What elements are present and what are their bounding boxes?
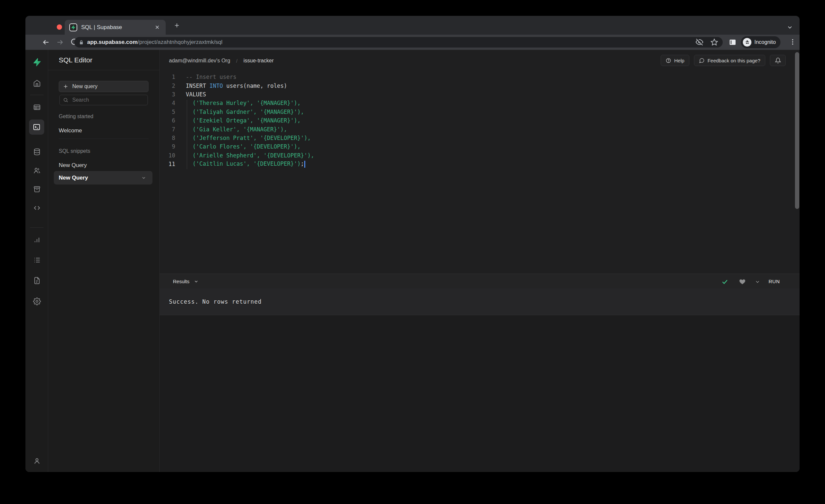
help-button[interactable]: Help — [661, 55, 689, 66]
account-icon[interactable] — [25, 457, 48, 465]
chevron-down-icon[interactable] — [141, 175, 146, 180]
browser-toolbar: app.supabase.com/project/azahtnhqohyjerz… — [25, 34, 800, 50]
favorite-heart-icon[interactable] — [738, 278, 746, 286]
logs-icon[interactable] — [25, 256, 48, 264]
window-close-button[interactable] — [57, 24, 62, 30]
sidebar-item-new-query[interactable]: New Query — [59, 162, 87, 169]
settings-gear-icon[interactable] — [25, 297, 48, 305]
storage-icon[interactable] — [25, 185, 48, 193]
new-query-button-label: New query — [72, 83, 97, 89]
code-line-current[interactable]: 11 ('Caitlin Lucas', '{DEVELOPER}'); — [160, 160, 800, 168]
section-sql-snippets: SQL snippets — [59, 148, 90, 154]
docs-icon[interactable] — [25, 277, 48, 285]
url-host: app.supabase.com — [87, 39, 138, 45]
code-line[interactable]: 5 ('Taliyah Gardner', '{MANAGER}'), — [160, 107, 800, 116]
browser-tab[interactable]: SQL | Supabase — [65, 20, 166, 34]
incognito-badge: Incognito — [741, 36, 780, 48]
sidebar-divider — [59, 139, 149, 139]
code-line[interactable]: 9 ('Carlo Flores', '{DEVELOPER}'), — [160, 142, 800, 151]
lock-icon — [79, 40, 84, 45]
breadcrumb-project[interactable]: issue-tracker — [243, 58, 274, 64]
tab-search-chevron-icon[interactable] — [787, 24, 793, 30]
forward-icon[interactable] — [56, 38, 64, 46]
code-line[interactable]: 6 ('Ezekiel Ortega', '{MANAGER}'), — [160, 116, 800, 125]
results-panel: Success. No rows returned — [160, 288, 800, 315]
sql-editor-sidebar: SQL Editor New query Search Getting star… — [48, 50, 160, 472]
breadcrumb-org[interactable]: adam@windmill.dev's Org — [169, 58, 230, 64]
line-number: 11 — [160, 161, 175, 167]
line-number: 9 — [160, 143, 175, 150]
auth-users-icon[interactable] — [25, 167, 48, 174]
breadcrumb: adam@windmill.dev's Org / issue-tracker — [169, 50, 274, 72]
line-number: 10 — [160, 152, 175, 159]
tab-close-icon[interactable] — [153, 24, 161, 30]
rail-divider — [30, 227, 44, 228]
code-line[interactable]: 4 ('Theresa Hurley', '{MANAGER}'), — [160, 99, 800, 107]
breadcrumb-separator: / — [236, 58, 238, 64]
sidebar-header: SQL Editor — [48, 50, 159, 70]
sidebar-item-new-query-selected[interactable]: New Query — [54, 171, 152, 185]
page-scrollbar-thumb[interactable] — [795, 52, 799, 209]
new-query-button[interactable]: New query — [59, 81, 149, 92]
page-title: SQL Editor — [59, 56, 92, 64]
code-line[interactable]: 8 ('Jefferson Pratt', '{DEVELOPER}'), — [160, 134, 800, 142]
chevron-down-icon — [194, 279, 198, 284]
line-number: 7 — [160, 126, 175, 133]
success-check-icon — [721, 278, 729, 286]
code-line[interactable]: 3 VALUES — [160, 90, 800, 99]
bookmark-star-icon[interactable] — [710, 38, 718, 46]
run-button-label: RUN — [768, 279, 780, 284]
selected-item-label: New Query — [59, 174, 88, 181]
bell-icon — [775, 57, 781, 64]
line-number: 5 — [160, 109, 175, 115]
search-input[interactable]: Search — [59, 95, 148, 105]
code-line[interactable]: 7 ('Gia Keller', '{MANAGER}'), — [160, 125, 800, 133]
plus-icon — [63, 84, 68, 89]
speech-bubble-icon — [699, 58, 704, 63]
feedback-button[interactable]: Feedback on this page? — [694, 55, 765, 66]
success-message: Success. No rows returned — [169, 298, 262, 305]
incognito-label: Incognito — [754, 39, 776, 45]
back-icon[interactable] — [42, 38, 50, 46]
line-number: 2 — [160, 82, 175, 89]
new-tab-icon[interactable] — [174, 22, 180, 28]
code-line[interactable]: 1 -- Insert users — [160, 73, 800, 81]
code-line[interactable]: 2 INSERT INTO users(name, roles) — [160, 81, 800, 90]
indent-guide — [187, 100, 187, 169]
results-dropdown[interactable]: Results — [173, 274, 198, 289]
run-button[interactable]: RUN — [768, 274, 780, 289]
results-toolbar: Results RUN — [160, 274, 800, 288]
reports-icon[interactable] — [25, 236, 48, 244]
notifications-button[interactable] — [770, 55, 786, 66]
results-dropdown-label: Results — [173, 279, 190, 284]
tab-strip: SQL | Supabase — [25, 16, 800, 34]
side-panel-icon[interactable] — [729, 38, 737, 46]
line-number: 6 — [160, 117, 175, 124]
sidebar-item-welcome[interactable]: Welcome — [59, 127, 82, 134]
line-number: 1 — [160, 74, 175, 80]
table-editor-icon[interactable] — [25, 103, 48, 111]
eye-off-icon[interactable] — [696, 38, 703, 46]
empty-area — [160, 315, 800, 472]
sql-editor-icon-selected[interactable] — [29, 120, 44, 135]
line-number: 4 — [160, 100, 175, 106]
run-options-chevron-icon[interactable] — [753, 278, 761, 286]
line-number: 8 — [160, 135, 175, 141]
database-icon[interactable] — [25, 148, 48, 156]
supabase-favicon — [69, 23, 77, 31]
help-circle-icon — [666, 58, 671, 63]
url-path: /project/azahtnhqohyjerzaxtmk/sql — [138, 39, 222, 45]
home-icon[interactable] — [25, 79, 48, 87]
code-line[interactable]: 10 ('Arielle Shepherd', '{DEVELOPER}'), — [160, 151, 800, 160]
nav-rail — [25, 50, 48, 472]
url-text: app.supabase.com/project/azahtnhqohyjerz… — [87, 39, 222, 46]
search-icon — [63, 97, 68, 103]
help-button-label: Help — [674, 58, 684, 63]
sql-code-editor[interactable]: 1 -- Insert users 2 INSERT INTO users(na… — [160, 72, 800, 274]
browser-menu-icon[interactable] — [789, 38, 797, 46]
edge-functions-icon[interactable] — [25, 204, 48, 212]
supabase-logo[interactable] — [25, 58, 48, 66]
main-header: adam@windmill.dev's Org / issue-tracker … — [160, 50, 800, 72]
line-number: 3 — [160, 91, 175, 98]
url-bar[interactable]: app.supabase.com/project/azahtnhqohyjerz… — [74, 37, 723, 48]
